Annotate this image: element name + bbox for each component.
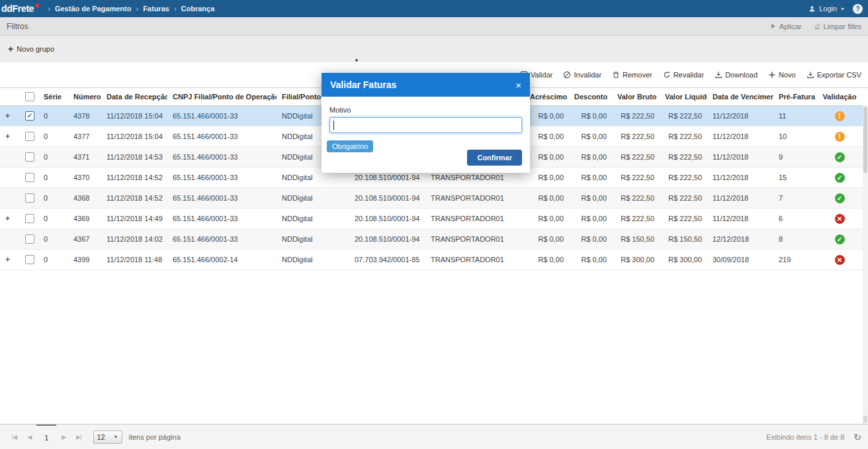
column-header-vencimento[interactable]: Data de Vencimento [707, 88, 773, 106]
logo-flag-icon [36, 4, 39, 7]
cell-acrescimo: R$ 0,00 [525, 229, 569, 250]
clear-filter-button[interactable]: Limpar filtro [814, 23, 861, 30]
cell-validacao: ✓ [816, 168, 863, 188]
row-checkbox[interactable] [25, 152, 34, 162]
next-page-button[interactable]: ▶ [56, 424, 71, 449]
row-checkbox[interactable] [25, 173, 34, 182]
modal-title: Validar Faturas [330, 79, 396, 90]
motivo-input[interactable] [329, 117, 522, 133]
expand-row-button[interactable]: + [5, 111, 10, 121]
success-status-icon: ✓ [835, 152, 845, 162]
cell-numero: 4378 [68, 106, 101, 126]
table-row[interactable]: +0439911/12/2018 11:4865.151.466/0002-14… [0, 250, 863, 270]
row-checkbox[interactable] [25, 214, 34, 223]
select-all-checkbox[interactable] [25, 92, 34, 101]
scrollbar-thumb[interactable] [863, 107, 867, 173]
remover-button[interactable]: Remover [612, 71, 652, 79]
success-status-icon: ✓ [835, 193, 845, 203]
exportar-csv-button[interactable]: Exportar CSV [806, 71, 861, 79]
filters-title: Filtros [7, 22, 28, 31]
novo-button[interactable]: Novo [768, 71, 796, 79]
column-header-desconto[interactable]: Desconto [569, 88, 612, 106]
previous-page-button[interactable]: ◀ [22, 424, 36, 449]
column-header-valor_bruto[interactable]: Valor Bruto [612, 88, 660, 106]
row-checkbox[interactable]: ✓ [25, 111, 34, 121]
motivo-label: Motivo [329, 106, 522, 114]
chevron-down-icon: ▼ [840, 7, 845, 11]
revalidar-button[interactable]: Revalidar [663, 71, 704, 79]
expand-row-button[interactable]: + [5, 255, 10, 264]
page-size-select[interactable]: 12 ▼ [93, 430, 122, 444]
refresh-icon[interactable]: ↻ [853, 432, 861, 442]
cell-valor_liquido: R$ 150,50 [660, 229, 707, 250]
cell-select [20, 229, 38, 250]
warning-status-icon: ! [835, 111, 845, 121]
login-menu[interactable]: Login ▼ [808, 5, 845, 13]
download-button[interactable]: Download [715, 71, 758, 79]
cell-desconto: R$ 0,00 [569, 126, 612, 147]
cell-valor_bruto: R$ 300,00 [612, 250, 660, 270]
cell-recepcao: 11/12/2018 14:52 [101, 188, 167, 209]
cell-valor_bruto: R$ 222,50 [612, 147, 660, 168]
topbar: ddFrete ›Gestão de Pagamento›Faturas›Cob… [0, 0, 868, 17]
table-row[interactable]: 0436711/12/2018 14:0265.151.466/0001-33N… [0, 229, 863, 250]
column-header-validacao[interactable]: Validação [816, 88, 863, 106]
cell-valor_liquido: R$ 300,00 [660, 250, 707, 270]
confirm-button[interactable]: Confirmar [467, 150, 522, 166]
table-row[interactable]: +0436911/12/2018 14:4965.151.466/0001-33… [0, 209, 863, 229]
column-header-select[interactable] [20, 88, 38, 106]
close-icon[interactable]: × [515, 80, 521, 90]
cell-numero: 4369 [68, 209, 101, 229]
row-checkbox[interactable] [25, 234, 34, 244]
invalidar-button[interactable]: Invalidar [563, 71, 601, 79]
cell-numero: 4377 [68, 126, 101, 147]
ban-icon [563, 71, 571, 79]
person-icon [808, 5, 816, 13]
cell-cnpj_filial: 65.151.466/0001-33 [167, 147, 277, 168]
column-header-acrescimo[interactable]: Acréscimo [525, 88, 569, 106]
apply-filter-button[interactable]: Aplicar [769, 23, 802, 30]
breadcrumb-separator: › [136, 5, 138, 13]
cell-acrescimo: R$ 0,00 [525, 147, 569, 168]
page-size-value: 12 [97, 433, 105, 441]
cell-expand [0, 168, 20, 188]
vertical-scrollbar[interactable] [863, 105, 868, 424]
cell-vencimento: 11/12/2018 [707, 209, 773, 229]
breadcrumb-item[interactable]: Gestão de Pagamento [55, 5, 132, 13]
row-checkbox[interactable] [25, 255, 34, 264]
cell-valor_bruto: R$ 222,50 [612, 168, 660, 188]
column-header-numero[interactable]: Número [68, 88, 101, 106]
breadcrumb-item[interactable]: Faturas [143, 5, 169, 13]
help-icon[interactable]: ? [853, 4, 863, 14]
cell-cnpj_filial: 65.151.466/0002-14 [167, 250, 277, 270]
first-page-button[interactable]: |◀ [7, 424, 22, 449]
cell-acrescimo: R$ 0,00 [525, 106, 569, 126]
column-header-recepcao[interactable]: Data de Recepção↓ [101, 88, 167, 106]
cell-filial: NDDigital [277, 209, 349, 229]
cell-vencimento: 11/12/2018 [707, 106, 773, 126]
expand-row-button[interactable]: + [5, 214, 10, 223]
cell-valor_liquido: R$ 222,50 [660, 106, 707, 126]
cell-expand: + [0, 106, 20, 126]
column-header-cnpj_filial[interactable]: CNPJ Filial/Ponto de Operação [167, 88, 277, 106]
table-row[interactable]: 0436811/12/2018 14:5265.151.466/0001-33N… [0, 188, 863, 209]
cell-transportadora: TRANSPORTADOR01 [425, 229, 525, 250]
cell-cnpj_filial: 65.151.466/0001-33 [167, 209, 277, 229]
cell-recepcao: 11/12/2018 14:02 [101, 229, 167, 250]
row-checkbox[interactable] [25, 193, 34, 203]
app-logo[interactable]: ddFrete [1, 3, 40, 14]
cell-cnpj_transportadora: 20.108.510/0001-94 [349, 188, 425, 209]
column-header-valor_liquido[interactable]: Valor Líquido [660, 88, 707, 106]
new-group-button[interactable]: + Novo grupo [8, 45, 54, 53]
last-page-button[interactable]: ▶| [71, 424, 86, 449]
breadcrumb-item[interactable]: Cobrança [181, 5, 215, 13]
cell-pre_fatura: 219 [773, 250, 816, 270]
row-checkbox[interactable] [25, 132, 34, 141]
column-header-serie[interactable]: Série [38, 88, 68, 106]
grid-footer: |◀ ◀ 1 ▶ ▶| 12 ▼ itens por página Exibin… [0, 424, 868, 449]
column-header-pre_fatura[interactable]: Pré-Fatura [773, 88, 816, 106]
expand-row-button[interactable]: + [5, 132, 10, 141]
cell-pre_fatura: 8 [773, 229, 816, 250]
current-page-button[interactable]: 1 [36, 424, 56, 449]
cell-desconto: R$ 0,00 [569, 106, 612, 126]
